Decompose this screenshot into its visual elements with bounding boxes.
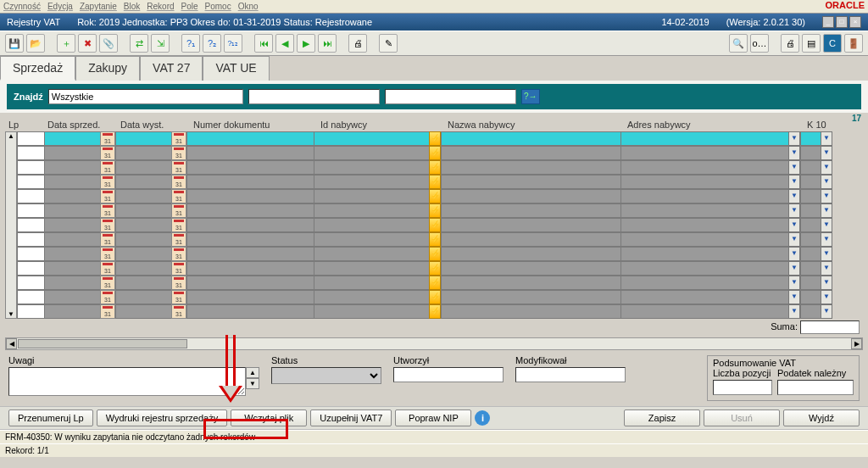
- modyfikowal-input[interactable]: [515, 367, 626, 382]
- bolt-icon[interactable]: ⚡: [429, 290, 441, 304]
- dropdown-icon[interactable]: ▼: [788, 232, 800, 247]
- dropdown-icon[interactable]: ▼: [788, 175, 800, 189]
- table-row[interactable]: ⚡▼▼: [17, 175, 832, 189]
- scroll-right-icon[interactable]: ▶: [851, 338, 862, 349]
- calendar-icon[interactable]: [171, 261, 186, 276]
- refresh-icon[interactable]: ⇄: [130, 34, 148, 53]
- bolt-icon[interactable]: ⚡: [429, 232, 441, 247]
- dropdown-icon[interactable]: ▼: [788, 261, 800, 276]
- menu-item[interactable]: Czynność: [3, 2, 41, 11]
- delete-icon[interactable]: ✖: [78, 34, 97, 53]
- spin-up-icon[interactable]: ▲: [246, 367, 259, 378]
- dropdown-icon[interactable]: ▼: [788, 247, 800, 261]
- maximize-icon[interactable]: □: [836, 16, 848, 28]
- grid-hscroll[interactable]: ◀ ▶: [5, 337, 863, 350]
- scroll-thumb[interactable]: [18, 339, 187, 348]
- bolt-icon[interactable]: ⚡: [429, 261, 441, 276]
- dropdown-icon[interactable]: ▼: [821, 290, 832, 304]
- export-icon[interactable]: ⇲: [151, 34, 170, 53]
- calendar-icon[interactable]: [171, 218, 186, 232]
- table-row[interactable]: ⚡▼▼: [17, 160, 832, 175]
- calendar-icon[interactable]: [171, 175, 186, 189]
- calendar-icon[interactable]: [100, 131, 115, 146]
- calendar-icon[interactable]: [171, 189, 186, 203]
- search-go-button[interactable]: ?→: [521, 89, 540, 104]
- calendar-icon[interactable]: [100, 203, 115, 218]
- liczba-input[interactable]: [713, 380, 772, 395]
- tab-vat27[interactable]: VAT 27: [140, 56, 203, 81]
- grid-vscroll-top[interactable]: ▲ ▼: [5, 131, 17, 319]
- help12-icon[interactable]: ?₁₂: [224, 34, 242, 53]
- c-icon[interactable]: C: [823, 34, 842, 53]
- dropdown-icon[interactable]: ▼: [788, 131, 800, 146]
- open-icon[interactable]: 📂: [26, 34, 45, 53]
- menu-item[interactable]: Zapytanie: [80, 2, 117, 11]
- search-input-1[interactable]: [48, 89, 243, 104]
- calendar-icon[interactable]: [100, 247, 115, 261]
- table-row[interactable]: ⚡▼▼: [17, 290, 832, 304]
- table-row[interactable]: ⚡▼▼: [17, 146, 832, 160]
- calendar-icon[interactable]: [100, 290, 115, 304]
- calendar-icon[interactable]: [100, 146, 115, 160]
- edit-icon[interactable]: ✎: [379, 34, 398, 53]
- dropdown-icon[interactable]: ▼: [821, 218, 832, 232]
- bolt-icon[interactable]: ⚡: [429, 131, 441, 146]
- tab-zakupy[interactable]: Zakupy: [75, 56, 140, 81]
- uzupelnij-button[interactable]: Uzupełnij VAT7: [310, 410, 392, 426]
- prev-icon[interactable]: ◀: [275, 34, 294, 53]
- dropdown-icon[interactable]: ▼: [788, 160, 800, 175]
- bolt-icon[interactable]: ⚡: [429, 203, 441, 218]
- bolt-icon[interactable]: ⚡: [429, 175, 441, 189]
- table-row[interactable]: ⚡▼▼: [17, 218, 832, 232]
- bolt-icon[interactable]: ⚡: [429, 146, 441, 160]
- scroll-left-icon[interactable]: ◀: [6, 338, 17, 349]
- help1-icon[interactable]: ?₁: [181, 34, 200, 53]
- table-row[interactable]: ⚡▼▼: [17, 232, 832, 247]
- podatek-input[interactable]: [777, 380, 854, 395]
- calendar-icon[interactable]: [171, 304, 186, 319]
- dropdown-icon[interactable]: ▼: [821, 189, 832, 203]
- menu-item[interactable]: Rekord: [147, 2, 174, 11]
- table-row[interactable]: ⚡▼▼: [17, 276, 832, 290]
- search-input-3[interactable]: [385, 89, 516, 104]
- menu-item[interactable]: Blok: [124, 2, 140, 11]
- calendar-icon[interactable]: [100, 175, 115, 189]
- menu-item[interactable]: Pole: [181, 2, 198, 11]
- dropdown-icon[interactable]: ▼: [821, 276, 832, 290]
- calendar-icon[interactable]: [171, 146, 186, 160]
- dropdown-icon[interactable]: ▼: [821, 146, 832, 160]
- next-icon[interactable]: ▶: [297, 34, 315, 53]
- dropdown-icon[interactable]: ▼: [821, 304, 832, 319]
- info-icon[interactable]: i: [475, 410, 490, 426]
- calendar-icon[interactable]: [171, 290, 186, 304]
- bolt-icon[interactable]: ⚡: [429, 218, 441, 232]
- print-icon[interactable]: 🖨: [348, 34, 367, 53]
- exit-tool-icon[interactable]: 🚪: [844, 34, 863, 53]
- dropdown-icon[interactable]: ▼: [788, 189, 800, 203]
- dropdown-icon[interactable]: ▼: [788, 218, 800, 232]
- dropdown-icon[interactable]: ▼: [821, 203, 832, 218]
- add-icon[interactable]: ＋: [57, 34, 75, 53]
- calendar-icon[interactable]: [100, 232, 115, 247]
- status-select[interactable]: [271, 367, 381, 384]
- bolt-icon[interactable]: ⚡: [429, 247, 441, 261]
- calendar-icon[interactable]: [100, 304, 115, 319]
- bolt-icon[interactable]: ⚡: [429, 160, 441, 175]
- przenumeruj-button[interactable]: Przenumeruj Lp: [8, 410, 93, 426]
- minimize-icon[interactable]: _: [822, 16, 834, 28]
- dropdown-icon[interactable]: ▼: [788, 276, 800, 290]
- dropdown-icon[interactable]: ▼: [821, 232, 832, 247]
- dropdown-icon[interactable]: ▼: [788, 203, 800, 218]
- menu-item[interactable]: Okno: [238, 2, 259, 11]
- calendar-icon[interactable]: [100, 276, 115, 290]
- zapisz-button[interactable]: Zapisz: [624, 410, 700, 426]
- uwagi-spinner[interactable]: ▲ ▼: [246, 367, 259, 396]
- save-icon[interactable]: 💾: [5, 34, 24, 53]
- calendar-icon[interactable]: [100, 160, 115, 175]
- spin-down-icon[interactable]: ▼: [246, 378, 259, 389]
- utworzyl-input[interactable]: [393, 367, 504, 382]
- dropdown-icon[interactable]: ▼: [821, 261, 832, 276]
- bolt-icon[interactable]: ⚡: [429, 304, 441, 319]
- table-row[interactable]: ⚡▼▼: [17, 261, 832, 276]
- table-row[interactable]: ⚡▼▼: [17, 203, 832, 218]
